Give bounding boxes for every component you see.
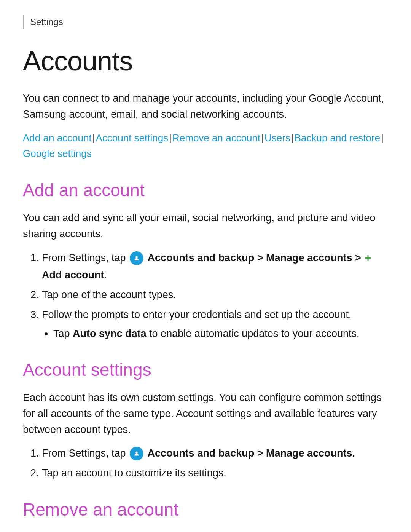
intro-text: You can connect to and manage your accou… xyxy=(23,91,388,123)
step1-add-account: Add account xyxy=(42,269,104,281)
nav-link-google-settings[interactable]: Google settings xyxy=(23,148,92,159)
step1-text-bold: Accounts and backup > Manage accounts > xyxy=(148,252,361,264)
step-item: From Settings, tap Accounts and backup >… xyxy=(42,250,388,283)
nav-link-account-settings[interactable]: Account settings xyxy=(96,132,168,144)
nav-link-remove-an-account[interactable]: Remove an account xyxy=(172,132,260,144)
section-add-an-account: Add an account You can add and sync all … xyxy=(23,177,388,342)
section-desc-account-settings: Each account has its own custom settings… xyxy=(23,390,388,438)
sub-step-item: Tap Auto sync data to enable automatic u… xyxy=(53,326,388,342)
step-item: Tap one of the account types. xyxy=(42,287,388,303)
nav-link-users[interactable]: Users xyxy=(264,132,290,144)
section-desc-remove-an-account: You can remove accounts from your device… xyxy=(23,530,388,532)
accounts-icon xyxy=(130,251,143,265)
auto-sync-bold: Auto sync data xyxy=(73,328,147,339)
step-item: Tap an account to customize its settings… xyxy=(42,465,388,481)
steps-list-add-an-account: From Settings, tap Accounts and backup >… xyxy=(23,250,388,342)
accounts-icon xyxy=(130,447,143,460)
steps-list-account-settings: From Settings, tap Accounts and backup >… xyxy=(23,446,388,481)
nav-link-backup-and-restore[interactable]: Backup and restore xyxy=(295,132,380,144)
nav-link-add-an-account[interactable]: Add an account xyxy=(23,132,92,144)
section-account-settings: Account settings Each account has its ow… xyxy=(23,357,388,481)
section-title-remove-an-account: Remove an account xyxy=(23,497,388,523)
svg-point-3 xyxy=(135,451,138,454)
section-desc-add-an-account: You can add and sync all your email, soc… xyxy=(23,210,388,242)
svg-point-1 xyxy=(135,256,138,258)
section-remove-an-account: Remove an account You can remove account… xyxy=(23,497,388,532)
nav-links: Add an account|Account settings|Remove a… xyxy=(23,130,388,162)
step-item: Follow the prompts to enter your credent… xyxy=(42,307,388,342)
section-title-account-settings: Account settings xyxy=(23,357,388,383)
plus-icon: + xyxy=(365,249,371,267)
settings-label: Settings xyxy=(23,15,388,29)
section-title-add-an-account: Add an account xyxy=(23,177,388,203)
step1-bold: Accounts and backup > Manage accounts xyxy=(148,447,352,459)
page-title: Accounts xyxy=(23,40,388,81)
sub-steps-list: Tap Auto sync data to enable automatic u… xyxy=(42,326,388,342)
step-item: From Settings, tap Accounts and backup >… xyxy=(42,446,388,462)
